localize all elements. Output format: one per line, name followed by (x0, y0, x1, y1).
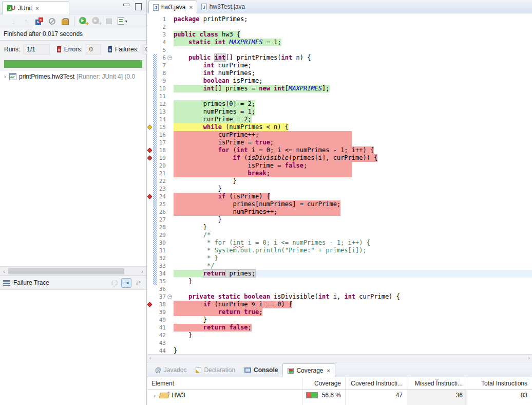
code-text[interactable]: * } (174, 254, 532, 262)
test-suite-row[interactable]: › printPrimes.hw3Test [Runner: JUnit 4] … (0, 71, 146, 81)
code-text[interactable]: int[] primes = new int[MAXPRIMES]; (174, 85, 532, 93)
code-text[interactable]: int numPrimes; (174, 69, 532, 77)
next-failed-test-button[interactable]: ↓ (8, 15, 18, 27)
previous-failed-test-button[interactable]: ↑ (21, 15, 31, 27)
rerun-test-button[interactable] (79, 15, 88, 27)
code-text[interactable]: } (174, 347, 532, 354)
code-text[interactable]: isPrime = false; (174, 162, 532, 170)
view-menu-button[interactable] (134, 15, 143, 27)
code-text[interactable] (174, 23, 532, 31)
code-text[interactable]: curPrime++; (174, 131, 532, 139)
code-text[interactable]: primes[numPrimes] = curPrime; (174, 200, 532, 208)
range-indicator (153, 262, 157, 270)
editor-tab-hw3-java[interactable]: hw3.java× (148, 1, 197, 13)
scroll-right-icon[interactable]: › (138, 268, 146, 274)
code-text[interactable] (174, 93, 532, 100)
bottom-tab-declaration[interactable]: Declaration (191, 363, 240, 377)
maximize-button[interactable] (135, 3, 141, 9)
code-text[interactable]: break; (174, 170, 532, 177)
column-header-covered[interactable]: Covered Instructi... (345, 377, 407, 389)
column-header-coverage[interactable]: Coverage (302, 377, 345, 389)
expander-icon[interactable]: › (2, 72, 8, 80)
code-text[interactable]: /* (174, 231, 532, 239)
fold-collapse-icon[interactable] (167, 294, 172, 299)
code-text[interactable] (174, 285, 532, 293)
scroll-right-icon[interactable]: › (528, 355, 530, 361)
fold-column (167, 93, 174, 100)
code-text[interactable]: private static boolean isDivisible(int i… (174, 293, 532, 301)
test-result-tree[interactable]: › printPrimes.hw3Test [Runner: JUnit 4] … (0, 71, 146, 266)
code-text[interactable]: boolean isPrime; (174, 77, 532, 85)
bottom-tab-console[interactable]: Console (240, 363, 282, 377)
show-failures-only-button[interactable] (34, 15, 44, 27)
compare-result-button[interactable]: ⇄ (133, 278, 143, 288)
coverage-red-diamond-icon[interactable] (147, 156, 152, 161)
editor-horizontal-scrollbar[interactable]: ‹ › (147, 354, 532, 361)
coverage-red-diamond-icon[interactable] (147, 194, 152, 199)
code-text[interactable]: if (isDivisible(primes[i], curPrime)) { (174, 154, 532, 162)
code-text[interactable]: return false; (174, 324, 532, 332)
scroll-left-icon[interactable]: ‹ (149, 355, 151, 361)
junit-horizontal-scrollbar[interactable]: ‹ › (0, 266, 146, 275)
code-text[interactable]: * for (int i = 0; i <= numPrimes - 1; i+… (174, 239, 532, 247)
show-trace-in-console-button[interactable]: 🖵 (109, 278, 120, 288)
close-icon[interactable]: × (35, 5, 39, 11)
code-text[interactable]: curPrime = 2; (174, 116, 532, 123)
element-cell[interactable]: ›HW3 (147, 392, 302, 399)
code-text[interactable]: } (174, 177, 532, 185)
code-text[interactable]: int curPrime; (174, 62, 532, 69)
scroll-lock-button[interactable] (60, 15, 70, 27)
failure-trace-body[interactable] (0, 290, 146, 405)
code-text[interactable] (174, 339, 532, 347)
code-text[interactable]: isPrime = true; (174, 139, 532, 146)
close-icon[interactable]: × (189, 4, 192, 10)
code-text[interactable]: primes[0] = 2; (174, 100, 532, 108)
editor-tab-hw3Test-java[interactable]: hw3Test.java (197, 1, 249, 13)
fold-collapse-icon[interactable] (167, 56, 172, 60)
code-text[interactable]: public class hw3 { (174, 31, 532, 39)
column-header-missed[interactable]: Missed Instructi... (407, 377, 467, 389)
filter-stack-trace-button[interactable]: ⇥ (121, 278, 131, 288)
code-text[interactable]: if (isPrime) { (174, 193, 532, 200)
code-text[interactable]: if (curPrime % i == 0) { (174, 301, 532, 308)
code-text[interactable]: numPrimes++; (174, 208, 532, 216)
code-text[interactable]: } (174, 185, 532, 193)
code-text[interactable] (174, 46, 532, 54)
code-text[interactable]: } (174, 216, 532, 224)
code-text[interactable]: return primes; (174, 270, 532, 278)
code-text[interactable]: static int MAXPRIMES = 1; (174, 39, 532, 46)
view-tab-junit[interactable]: JUnit× (2, 1, 69, 14)
coverage-red-diamond-icon[interactable] (147, 302, 152, 307)
code-text[interactable]: public int[] printPrimes(int n) { (174, 54, 532, 62)
coverage-yellow-diamond-icon[interactable] (147, 125, 152, 130)
code-text[interactable]: } (174, 316, 532, 324)
dropdown-caret-icon[interactable]: ▾ (125, 19, 127, 24)
code-text[interactable]: numPrimes = 1; (174, 108, 532, 116)
code-text[interactable]: */ (174, 262, 532, 270)
column-header-element[interactable]: Element (147, 377, 302, 389)
bottom-tab-javadoc[interactable]: @Javadoc (150, 363, 191, 377)
close-icon[interactable]: × (327, 367, 330, 374)
show-skipped-tests-button[interactable] (47, 15, 57, 27)
coverage-red-diamond-icon[interactable] (147, 148, 152, 153)
scroll-thumb[interactable] (8, 268, 124, 274)
rerun-failures-first-button[interactable] (91, 15, 101, 27)
scroll-left-icon[interactable]: ‹ (0, 268, 8, 274)
code-text[interactable]: return true; (174, 308, 532, 316)
code-text[interactable]: for (int i = 0; i <= numPrimes - 1; i++)… (174, 146, 532, 154)
code-text[interactable]: package printPrimes; (174, 15, 532, 23)
code-text[interactable]: while (numPrimes < n) { (174, 123, 532, 131)
column-header-total[interactable]: Total Instructions (467, 377, 531, 389)
bottom-tab-coverage[interactable]: Coverage× (282, 363, 335, 377)
code-text[interactable]: } (174, 278, 532, 285)
code-text[interactable]: * System.out.println("Prime:" + primes[i… (174, 247, 532, 254)
code-area[interactable]: 1package printPrimes;23public class hw3 … (147, 13, 532, 354)
stop-junit-test-button[interactable] (104, 15, 114, 27)
expander-icon[interactable]: › (151, 392, 158, 399)
code-token (174, 293, 188, 300)
code-text[interactable]: } (174, 224, 532, 231)
test-run-history-button[interactable]: ▾ (118, 15, 127, 27)
table-row[interactable]: ›HW356.6 %473683 (147, 390, 532, 401)
minimize-button[interactable] (123, 3, 129, 9)
code-text[interactable]: } (174, 332, 532, 339)
